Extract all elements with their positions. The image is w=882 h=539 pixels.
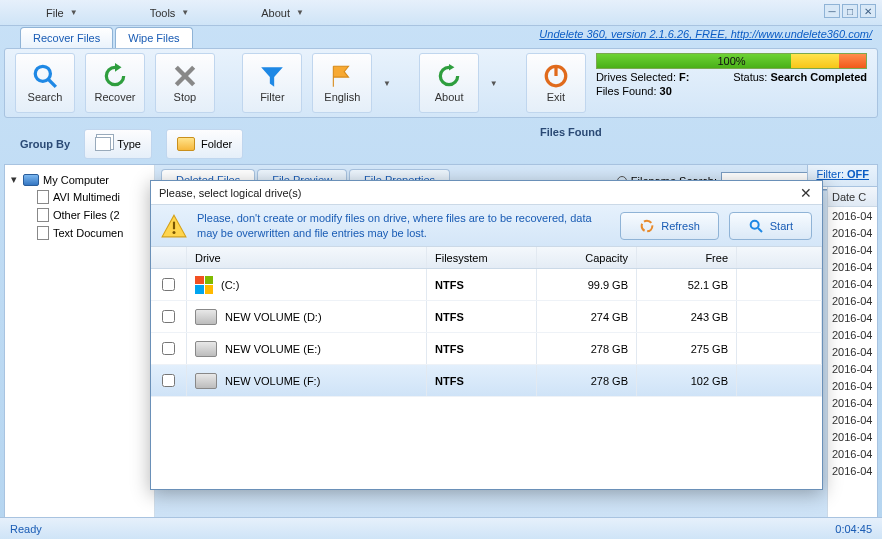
menu-tools[interactable]: Tools▼	[144, 5, 196, 21]
dialog-warning-bar: Please, don't create or modify files on …	[151, 205, 822, 247]
document-icon	[37, 226, 49, 240]
folder-icon	[177, 137, 195, 151]
tab-wipe-files[interactable]: Wipe Files	[115, 27, 192, 48]
header-filesystem[interactable]: Filesystem	[427, 247, 537, 268]
files-found-header: Files Found	[540, 126, 602, 138]
filter-button[interactable]: Filter	[242, 53, 302, 113]
recover-icon	[102, 63, 128, 89]
svg-point-8	[642, 220, 653, 231]
stack-icon	[95, 137, 111, 151]
start-button[interactable]: Start	[729, 212, 812, 240]
drive-row[interactable]: (C:)NTFS99.9 GB52.1 GB	[151, 269, 822, 301]
tree-root-label: My Computer	[43, 174, 109, 186]
status-panel: 100% Drives Selected: F: Status: Search …	[596, 53, 867, 113]
drive-fs: NTFS	[427, 301, 537, 332]
menu-file[interactable]: File▼	[40, 5, 84, 21]
groupby-row: Group By Type Folder	[0, 124, 882, 164]
files-found-count: Files Found: 30	[596, 85, 867, 97]
computer-icon	[23, 174, 39, 186]
windows-icon	[195, 276, 213, 294]
drive-name: NEW VOLUME (E:)	[225, 343, 321, 355]
date-cell: 2016-04	[828, 411, 877, 428]
stop-icon	[172, 63, 198, 89]
tab-recover-files[interactable]: Recover Files	[20, 27, 113, 48]
drive-checkbox[interactable]	[162, 374, 175, 387]
date-cell: 2016-04	[828, 377, 877, 394]
language-dropdown[interactable]: ▼	[382, 79, 391, 88]
tree-item[interactable]: AVI Multimedi	[9, 188, 150, 206]
warning-text: Please, don't create or modify files on …	[197, 211, 610, 240]
hdd-icon	[195, 341, 217, 357]
about-label: About	[435, 91, 464, 103]
date-cell: 2016-04	[828, 326, 877, 343]
header-free[interactable]: Free	[637, 247, 737, 268]
recover-label: Recover	[94, 91, 135, 103]
language-button[interactable]: English	[312, 53, 372, 113]
svg-line-10	[758, 228, 762, 232]
dialog-title-bar: Please, select logical drive(s) ✕	[151, 181, 822, 205]
refresh-button[interactable]: Refresh	[620, 212, 719, 240]
drive-checkbox[interactable]	[162, 310, 175, 323]
search-label: Search	[28, 91, 63, 103]
collapse-icon[interactable]: ▾	[9, 173, 19, 186]
date-cell: 2016-04	[828, 428, 877, 445]
about-button[interactable]: About	[419, 53, 479, 113]
drive-fs: NTFS	[427, 333, 537, 364]
tree-item[interactable]: Other Files (2	[9, 206, 150, 224]
exit-button[interactable]: Exit	[526, 53, 586, 113]
maximize-button[interactable]: □	[842, 4, 858, 18]
date-cell: 2016-04	[828, 275, 877, 292]
menu-about[interactable]: About▼	[255, 5, 310, 21]
window-controls: ─ □ ✕	[824, 4, 876, 18]
drive-capacity: 99.9 GB	[537, 269, 637, 300]
filter-label: Filter	[260, 91, 284, 103]
stop-button[interactable]: Stop	[155, 53, 215, 113]
statusbar: Ready 0:04:45	[0, 517, 882, 539]
exit-label: Exit	[547, 91, 565, 103]
drive-checkbox[interactable]	[162, 278, 175, 291]
svg-line-1	[48, 79, 56, 87]
status-ready: Ready	[10, 523, 42, 535]
chevron-down-icon: ▼	[296, 8, 304, 17]
hdd-icon	[195, 373, 217, 389]
hdd-icon	[195, 309, 217, 325]
drive-table: Drive Filesystem Capacity Free (C:)NTFS9…	[151, 247, 822, 489]
minimize-button[interactable]: ─	[824, 4, 840, 18]
close-button[interactable]: ✕	[860, 4, 876, 18]
menu-tools-label: Tools	[150, 7, 176, 19]
date-cell: 2016-04	[828, 207, 877, 224]
date-cell: 2016-04	[828, 445, 877, 462]
drive-row[interactable]: NEW VOLUME (E:)NTFS278 GB275 GB	[151, 333, 822, 365]
drive-name: (C:)	[221, 279, 239, 291]
groupby-folder-button[interactable]: Folder	[166, 129, 243, 159]
date-cell: 2016-04	[828, 360, 877, 377]
drive-fs: NTFS	[427, 365, 537, 396]
header-drive[interactable]: Drive	[187, 247, 427, 268]
header-capacity[interactable]: Capacity	[537, 247, 637, 268]
tree-item[interactable]: Text Documen	[9, 224, 150, 242]
date-cell: 2016-04	[828, 309, 877, 326]
groupby-type-button[interactable]: Type	[84, 129, 152, 159]
drive-checkbox[interactable]	[162, 342, 175, 355]
language-label: English	[324, 91, 360, 103]
date-cell: 2016-04	[828, 241, 877, 258]
drive-row[interactable]: NEW VOLUME (F:)NTFS278 GB102 GB	[151, 365, 822, 397]
about-dropdown[interactable]: ▼	[489, 79, 498, 88]
dialog-close-button[interactable]: ✕	[798, 185, 814, 201]
drive-row[interactable]: NEW VOLUME (D:)NTFS274 GB243 GB	[151, 301, 822, 333]
drive-capacity: 278 GB	[537, 333, 637, 364]
drive-free: 243 GB	[637, 301, 737, 332]
drive-capacity: 278 GB	[537, 365, 637, 396]
search-button[interactable]: Search	[15, 53, 75, 113]
recover-button[interactable]: Recover	[85, 53, 145, 113]
version-link[interactable]: Undelete 360, version 2.1.6.26, FREE, ht…	[539, 28, 872, 40]
svg-point-7	[172, 230, 175, 233]
tree-root[interactable]: ▾ My Computer	[9, 171, 150, 188]
flag-icon	[329, 63, 355, 89]
date-cell: 2016-04	[828, 343, 877, 360]
date-header[interactable]: Date C	[828, 187, 877, 207]
date-cell: 2016-04	[828, 292, 877, 309]
warning-icon	[161, 213, 187, 239]
drive-free: 102 GB	[637, 365, 737, 396]
status-time: 0:04:45	[835, 523, 872, 535]
